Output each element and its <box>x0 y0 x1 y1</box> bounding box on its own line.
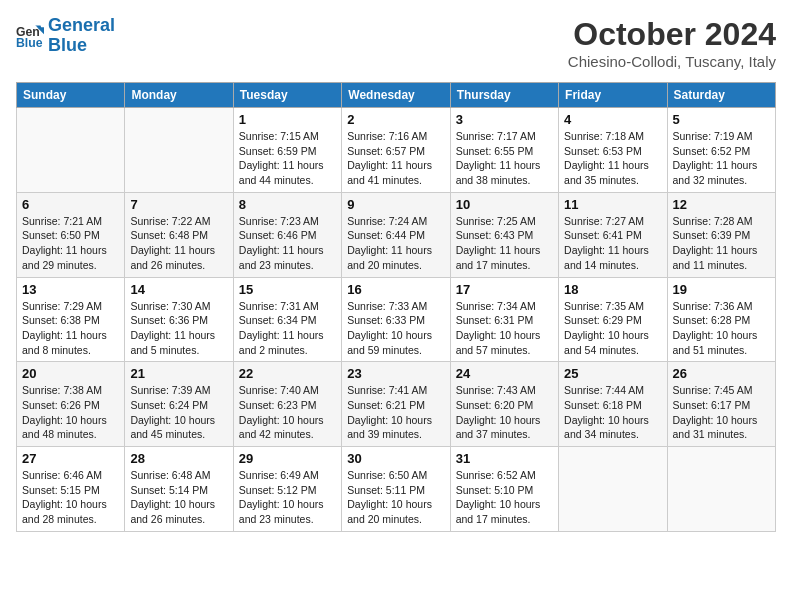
day-info: Sunrise: 7:24 AMSunset: 6:44 PMDaylight:… <box>347 214 444 273</box>
day-number: 17 <box>456 282 553 297</box>
day-number: 22 <box>239 366 336 381</box>
calendar-cell: 17Sunrise: 7:34 AMSunset: 6:31 PMDayligh… <box>450 277 558 362</box>
calendar-cell: 31Sunrise: 6:52 AMSunset: 5:10 PMDayligh… <box>450 447 558 532</box>
day-info: Sunrise: 7:43 AMSunset: 6:20 PMDaylight:… <box>456 383 553 442</box>
day-info: Sunrise: 7:29 AMSunset: 6:38 PMDaylight:… <box>22 299 119 358</box>
day-info: Sunrise: 7:19 AMSunset: 6:52 PMDaylight:… <box>673 129 770 188</box>
day-number: 29 <box>239 451 336 466</box>
day-info: Sunrise: 7:40 AMSunset: 6:23 PMDaylight:… <box>239 383 336 442</box>
weekday-header-thursday: Thursday <box>450 83 558 108</box>
calendar-cell: 1Sunrise: 7:15 AMSunset: 6:59 PMDaylight… <box>233 108 341 193</box>
day-number: 7 <box>130 197 227 212</box>
weekday-header-monday: Monday <box>125 83 233 108</box>
day-number: 25 <box>564 366 661 381</box>
day-info: Sunrise: 7:16 AMSunset: 6:57 PMDaylight:… <box>347 129 444 188</box>
calendar-week-5: 27Sunrise: 6:46 AMSunset: 5:15 PMDayligh… <box>17 447 776 532</box>
weekday-header-friday: Friday <box>559 83 667 108</box>
day-number: 19 <box>673 282 770 297</box>
calendar-cell <box>125 108 233 193</box>
day-number: 15 <box>239 282 336 297</box>
calendar-cell: 13Sunrise: 7:29 AMSunset: 6:38 PMDayligh… <box>17 277 125 362</box>
day-info: Sunrise: 7:45 AMSunset: 6:17 PMDaylight:… <box>673 383 770 442</box>
calendar-cell <box>667 447 775 532</box>
calendar-cell: 5Sunrise: 7:19 AMSunset: 6:52 PMDaylight… <box>667 108 775 193</box>
calendar-cell: 27Sunrise: 6:46 AMSunset: 5:15 PMDayligh… <box>17 447 125 532</box>
day-info: Sunrise: 7:36 AMSunset: 6:28 PMDaylight:… <box>673 299 770 358</box>
day-number: 9 <box>347 197 444 212</box>
day-info: Sunrise: 6:49 AMSunset: 5:12 PMDaylight:… <box>239 468 336 527</box>
day-info: Sunrise: 7:39 AMSunset: 6:24 PMDaylight:… <box>130 383 227 442</box>
month-title: October 2024 <box>568 16 776 53</box>
day-info: Sunrise: 7:30 AMSunset: 6:36 PMDaylight:… <box>130 299 227 358</box>
calendar-cell <box>17 108 125 193</box>
calendar-cell: 7Sunrise: 7:22 AMSunset: 6:48 PMDaylight… <box>125 192 233 277</box>
calendar-cell: 22Sunrise: 7:40 AMSunset: 6:23 PMDayligh… <box>233 362 341 447</box>
day-info: Sunrise: 7:22 AMSunset: 6:48 PMDaylight:… <box>130 214 227 273</box>
logo-text: General Blue <box>48 16 115 56</box>
calendar-cell: 28Sunrise: 6:48 AMSunset: 5:14 PMDayligh… <box>125 447 233 532</box>
calendar-cell: 15Sunrise: 7:31 AMSunset: 6:34 PMDayligh… <box>233 277 341 362</box>
day-info: Sunrise: 7:44 AMSunset: 6:18 PMDaylight:… <box>564 383 661 442</box>
weekday-header-wednesday: Wednesday <box>342 83 450 108</box>
weekday-header-sunday: Sunday <box>17 83 125 108</box>
day-info: Sunrise: 7:28 AMSunset: 6:39 PMDaylight:… <box>673 214 770 273</box>
day-number: 12 <box>673 197 770 212</box>
day-info: Sunrise: 7:23 AMSunset: 6:46 PMDaylight:… <box>239 214 336 273</box>
day-info: Sunrise: 6:46 AMSunset: 5:15 PMDaylight:… <box>22 468 119 527</box>
day-number: 20 <box>22 366 119 381</box>
logo-icon: Gen Blue <box>16 22 44 50</box>
day-number: 31 <box>456 451 553 466</box>
calendar-cell: 8Sunrise: 7:23 AMSunset: 6:46 PMDaylight… <box>233 192 341 277</box>
header: Gen Blue General Blue October 2024 Chies… <box>16 16 776 70</box>
day-info: Sunrise: 7:27 AMSunset: 6:41 PMDaylight:… <box>564 214 661 273</box>
calendar-cell: 4Sunrise: 7:18 AMSunset: 6:53 PMDaylight… <box>559 108 667 193</box>
day-number: 4 <box>564 112 661 127</box>
day-number: 18 <box>564 282 661 297</box>
calendar-week-2: 6Sunrise: 7:21 AMSunset: 6:50 PMDaylight… <box>17 192 776 277</box>
day-number: 3 <box>456 112 553 127</box>
weekday-header-row: SundayMondayTuesdayWednesdayThursdayFrid… <box>17 83 776 108</box>
day-info: Sunrise: 7:25 AMSunset: 6:43 PMDaylight:… <box>456 214 553 273</box>
calendar-cell: 11Sunrise: 7:27 AMSunset: 6:41 PMDayligh… <box>559 192 667 277</box>
day-number: 13 <box>22 282 119 297</box>
calendar-cell: 21Sunrise: 7:39 AMSunset: 6:24 PMDayligh… <box>125 362 233 447</box>
calendar-body: 1Sunrise: 7:15 AMSunset: 6:59 PMDaylight… <box>17 108 776 532</box>
day-number: 2 <box>347 112 444 127</box>
day-info: Sunrise: 7:31 AMSunset: 6:34 PMDaylight:… <box>239 299 336 358</box>
day-number: 10 <box>456 197 553 212</box>
calendar-week-3: 13Sunrise: 7:29 AMSunset: 6:38 PMDayligh… <box>17 277 776 362</box>
day-info: Sunrise: 7:18 AMSunset: 6:53 PMDaylight:… <box>564 129 661 188</box>
day-number: 21 <box>130 366 227 381</box>
day-number: 14 <box>130 282 227 297</box>
day-number: 5 <box>673 112 770 127</box>
day-number: 24 <box>456 366 553 381</box>
calendar-cell: 10Sunrise: 7:25 AMSunset: 6:43 PMDayligh… <box>450 192 558 277</box>
day-info: Sunrise: 7:15 AMSunset: 6:59 PMDaylight:… <box>239 129 336 188</box>
calendar-cell: 25Sunrise: 7:44 AMSunset: 6:18 PMDayligh… <box>559 362 667 447</box>
calendar-cell: 6Sunrise: 7:21 AMSunset: 6:50 PMDaylight… <box>17 192 125 277</box>
weekday-header-saturday: Saturday <box>667 83 775 108</box>
day-number: 8 <box>239 197 336 212</box>
day-info: Sunrise: 7:34 AMSunset: 6:31 PMDaylight:… <box>456 299 553 358</box>
location-title: Chiesino-Collodi, Tuscany, Italy <box>568 53 776 70</box>
calendar-cell: 2Sunrise: 7:16 AMSunset: 6:57 PMDaylight… <box>342 108 450 193</box>
day-info: Sunrise: 6:48 AMSunset: 5:14 PMDaylight:… <box>130 468 227 527</box>
day-number: 27 <box>22 451 119 466</box>
calendar-cell: 29Sunrise: 6:49 AMSunset: 5:12 PMDayligh… <box>233 447 341 532</box>
calendar-cell: 16Sunrise: 7:33 AMSunset: 6:33 PMDayligh… <box>342 277 450 362</box>
calendar-cell <box>559 447 667 532</box>
day-info: Sunrise: 7:38 AMSunset: 6:26 PMDaylight:… <box>22 383 119 442</box>
title-area: October 2024 Chiesino-Collodi, Tuscany, … <box>568 16 776 70</box>
day-number: 30 <box>347 451 444 466</box>
calendar-cell: 26Sunrise: 7:45 AMSunset: 6:17 PMDayligh… <box>667 362 775 447</box>
calendar-cell: 24Sunrise: 7:43 AMSunset: 6:20 PMDayligh… <box>450 362 558 447</box>
day-number: 16 <box>347 282 444 297</box>
logo: Gen Blue General Blue <box>16 16 115 56</box>
calendar-cell: 12Sunrise: 7:28 AMSunset: 6:39 PMDayligh… <box>667 192 775 277</box>
day-number: 11 <box>564 197 661 212</box>
day-number: 23 <box>347 366 444 381</box>
calendar-cell: 19Sunrise: 7:36 AMSunset: 6:28 PMDayligh… <box>667 277 775 362</box>
day-info: Sunrise: 7:35 AMSunset: 6:29 PMDaylight:… <box>564 299 661 358</box>
calendar-cell: 30Sunrise: 6:50 AMSunset: 5:11 PMDayligh… <box>342 447 450 532</box>
day-number: 1 <box>239 112 336 127</box>
